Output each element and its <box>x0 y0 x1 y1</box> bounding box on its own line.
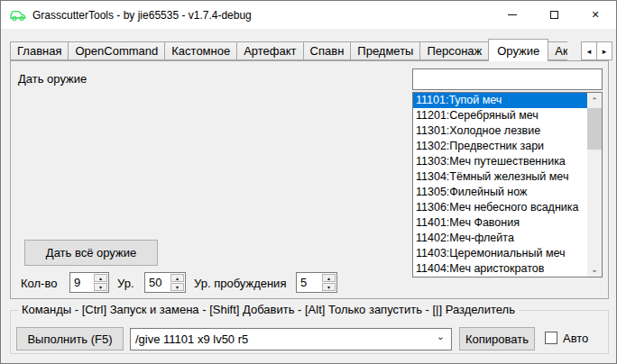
weapon-list-item[interactable]: 11301:Холодное лезвие <box>413 123 587 139</box>
weapon-tab-page: Дать оружие 11101:Тупой меч11201:Серебря… <box>10 60 609 299</box>
tab[interactable]: Главная <box>10 41 69 60</box>
command-combobox[interactable]: ⌄ <box>130 328 452 350</box>
give-all-weapons-button[interactable]: Дать всё оружие <box>24 240 158 266</box>
tab-label: Персонаж <box>427 44 482 58</box>
weapon-list-item[interactable]: 11401:Меч Фавония <box>413 215 587 231</box>
level-decrement-button[interactable]: ▾ <box>170 283 184 291</box>
spin-up-icon: ▴ <box>327 276 330 281</box>
arrow-right-icon: ▸ <box>603 47 607 56</box>
level-stepper[interactable]: 50 ▴ ▾ <box>144 272 186 293</box>
tab-label: Кастомное <box>171 44 230 58</box>
tab[interactable]: Кастомное <box>164 41 237 60</box>
spin-up-icon: ▴ <box>176 276 179 281</box>
arrow-left-icon: ◂ <box>587 47 592 56</box>
tab[interactable]: OpenCommand <box>68 41 165 60</box>
tab[interactable]: Персонаж <box>419 41 489 60</box>
tab[interactable]: Предметы <box>350 41 420 60</box>
weapon-list-item[interactable]: 11402:Меч-флейта <box>413 231 587 246</box>
weapon-list-item[interactable]: 11302:Предвестник зари <box>413 139 587 154</box>
refine-label: Ур. пробуждения <box>194 277 286 290</box>
commands-groupbox: Команды - [Ctrl] Запуск и замена - [Shif… <box>10 310 609 354</box>
list-scrollbar[interactable]: ⌃ ⌄ <box>587 93 602 277</box>
combo-chevron-down-icon: ⌄ <box>437 331 445 342</box>
count-value: 9 <box>70 273 94 292</box>
title-bar: GrasscutterTools - by jie65535 - v1.7.4-… <box>1 1 616 29</box>
weapon-list-item[interactable]: 11201:Серебряный меч <box>413 108 587 123</box>
tab-label: Спавн <box>310 44 345 58</box>
tab-scroll-left-button[interactable]: ◂ <box>581 41 597 60</box>
refine-stepper[interactable]: 5 ▴ ▾ <box>296 272 337 293</box>
refine-increment-button[interactable]: ▴ <box>322 274 336 282</box>
minimize-button[interactable] <box>492 1 533 28</box>
weapon-list-item[interactable]: 11403:Церемониальный меч <box>413 246 587 261</box>
auto-checkbox-label: Авто <box>563 332 588 345</box>
window-controls: ✕ <box>492 1 616 28</box>
tab[interactable]: Оружие <box>488 39 548 61</box>
count-decrement-button[interactable]: ▾ <box>94 283 107 291</box>
weapon-list-item[interactable]: 11306:Меч небесного всадника <box>413 200 587 215</box>
spin-up-icon: ▴ <box>99 276 102 281</box>
copy-command-button[interactable]: Копировать <box>459 327 535 350</box>
tab-label: OpenCommand <box>75 44 158 58</box>
count-stepper[interactable]: 9 ▴ ▾ <box>69 272 109 293</box>
count-increment-button[interactable]: ▴ <box>94 274 107 282</box>
chevron-up-icon: ⌃ <box>591 96 598 105</box>
level-value: 50 <box>145 273 170 292</box>
level-label: Ур. <box>117 277 134 290</box>
weapon-list-rows: 11101:Тупой меч11201:Серебряный меч11301… <box>413 93 587 277</box>
refine-decrement-button[interactable]: ▾ <box>322 283 336 291</box>
auto-checkbox[interactable] <box>545 332 557 344</box>
close-icon: ✕ <box>591 10 599 20</box>
weapon-list-item[interactable]: 11303:Меч путешественника <box>413 154 587 169</box>
weapon-list-item[interactable]: 11404:Меч аристократов <box>413 261 587 277</box>
spin-down-icon: ▾ <box>327 285 330 290</box>
app-window: GrasscutterTools - by jie65535 - v1.7.4-… <box>0 0 617 364</box>
command-input[interactable] <box>131 329 428 350</box>
weapon-listbox: 11101:Тупой меч11201:Серебряный меч11301… <box>412 92 603 278</box>
commands-groupbox-title: Команды - [Ctrl] Запуск и замена - [Shif… <box>18 303 519 316</box>
tab[interactable]: Артефакт <box>236 41 303 60</box>
tab-label: Оружие <box>497 44 539 58</box>
give-weapon-label: Дать оружие <box>18 72 87 86</box>
weapon-search-input[interactable] <box>412 68 603 90</box>
weapon-list-item[interactable]: 11101:Тупой меч <box>413 93 587 108</box>
spin-down-icon: ▾ <box>99 285 102 290</box>
grasscutter-car-icon <box>9 8 27 23</box>
run-command-button[interactable]: Выполнить (F5) <box>16 327 124 350</box>
chevron-down-icon: ⌄ <box>591 265 598 274</box>
tab-scroll-buttons: ◂ ▸ <box>567 39 614 60</box>
weapon-list-item[interactable]: 11305:Филейный нож <box>413 185 587 200</box>
tab[interactable]: Спавн <box>303 41 352 60</box>
minimize-icon <box>508 14 517 15</box>
tab-label: Артефакт <box>244 44 296 58</box>
level-increment-button[interactable]: ▴ <box>170 274 184 282</box>
refine-value: 5 <box>297 273 322 292</box>
scroll-thumb[interactable] <box>587 108 602 150</box>
tab-strip: Главная OpenCommand Кастомное Артефакт С… <box>10 39 609 60</box>
close-button[interactable]: ✕ <box>575 1 616 28</box>
maximize-icon <box>550 11 558 19</box>
scroll-up-button[interactable]: ⌃ <box>587 93 602 108</box>
window-title: GrasscutterTools - by jie65535 - v1.7.4-… <box>32 9 252 22</box>
weapon-list-item[interactable]: 11304:Тёмный железный меч <box>413 169 587 185</box>
maximize-button[interactable] <box>533 1 575 28</box>
spin-down-icon: ▾ <box>176 285 179 290</box>
tab-label: Главная <box>17 44 61 58</box>
scroll-down-button[interactable]: ⌄ <box>587 261 602 277</box>
tab-scroll-right-button[interactable]: ▸ <box>596 41 612 60</box>
count-label: Кол-во <box>21 277 57 290</box>
tab-label: Предметы <box>357 44 413 58</box>
